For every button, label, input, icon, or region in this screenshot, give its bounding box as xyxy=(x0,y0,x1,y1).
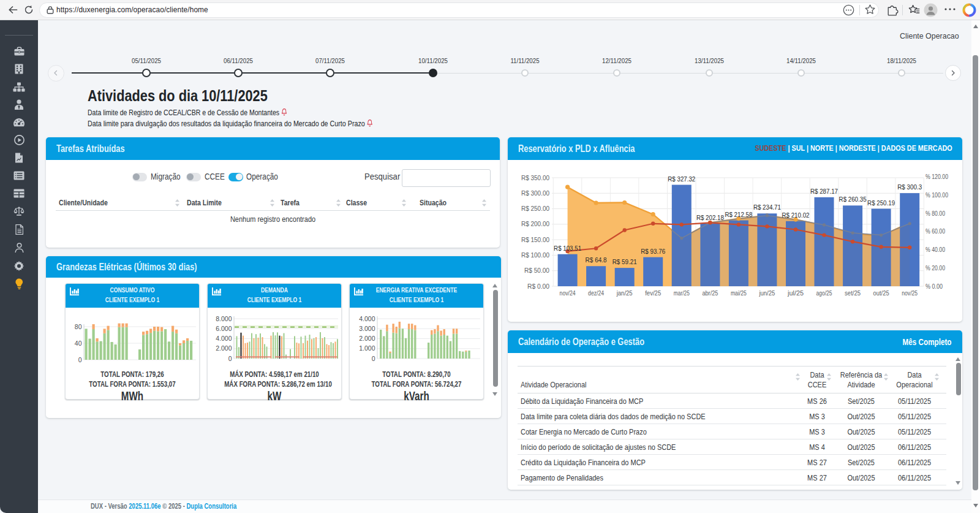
svg-text:R$ 250.00: R$ 250.00 xyxy=(521,205,549,212)
svg-text:40: 40 xyxy=(75,340,82,347)
svg-text:R$ 350.00: R$ 350.00 xyxy=(521,174,549,181)
svg-text:R$ 50.00: R$ 50.00 xyxy=(524,267,549,274)
svg-text:nov/24: nov/24 xyxy=(560,289,576,297)
svg-text:R$ 100.00: R$ 100.00 xyxy=(521,251,549,259)
svg-text:jan/25: jan/25 xyxy=(616,289,633,297)
svg-text:4.000: 4.000 xyxy=(359,315,375,322)
svg-text:R$ 260.35: R$ 260.35 xyxy=(839,196,867,203)
svg-text:R$ 150.00: R$ 150.00 xyxy=(521,236,549,243)
svg-text:% 100.00: % 100.00 xyxy=(925,191,948,199)
svg-text:R$ 212.58: R$ 212.58 xyxy=(725,211,752,218)
svg-text:% 60.00: % 60.00 xyxy=(925,227,945,235)
svg-text:nov/25: nov/25 xyxy=(902,289,918,297)
svg-text:0: 0 xyxy=(78,356,82,363)
svg-text:mai/25: mai/25 xyxy=(731,289,747,297)
svg-text:80: 80 xyxy=(75,323,82,330)
svg-text:fev/25: fev/25 xyxy=(645,289,661,297)
svg-text:R$ 0.00: R$ 0.00 xyxy=(527,283,549,290)
svg-text:R$ 300.3: R$ 300.3 xyxy=(897,183,922,191)
svg-text:% 20.00: % 20.00 xyxy=(925,264,945,272)
svg-text:R$ 59.21: R$ 59.21 xyxy=(612,258,637,265)
svg-text:abr/25: abr/25 xyxy=(702,289,718,297)
svg-text:R$ 64.8: R$ 64.8 xyxy=(586,256,607,264)
svg-text:6.000: 6.000 xyxy=(216,325,232,332)
svg-text:ago/25: ago/25 xyxy=(816,289,832,297)
svg-text:% 0.00: % 0.00 xyxy=(925,283,943,290)
svg-text:R$ 300.00: R$ 300.00 xyxy=(521,189,549,197)
svg-text:dez/24: dez/24 xyxy=(588,289,604,297)
svg-text:0: 0 xyxy=(372,355,375,362)
svg-text:% 80.00: % 80.00 xyxy=(925,210,945,217)
svg-text:R$ 103.51: R$ 103.51 xyxy=(554,245,581,252)
svg-text:2.000: 2.000 xyxy=(216,344,232,352)
svg-text:0: 0 xyxy=(228,355,232,362)
svg-text:R$ 287.17: R$ 287.17 xyxy=(810,188,838,195)
svg-text:R$ 210.02: R$ 210.02 xyxy=(782,211,810,219)
svg-text:R$ 93.76: R$ 93.76 xyxy=(641,248,665,255)
svg-text:4.000: 4.000 xyxy=(216,335,232,342)
svg-text:% 40.00: % 40.00 xyxy=(925,246,945,253)
svg-text:R$ 202.18: R$ 202.18 xyxy=(696,214,724,221)
svg-text:2.000: 2.000 xyxy=(359,335,375,342)
svg-text:R$ 327.32: R$ 327.32 xyxy=(668,175,695,183)
svg-text:jul/25: jul/25 xyxy=(787,289,804,297)
svg-text:set/25: set/25 xyxy=(845,289,861,297)
svg-text:mar/25: mar/25 xyxy=(674,289,690,297)
svg-text:1.000: 1.000 xyxy=(359,344,375,352)
svg-text:out/25: out/25 xyxy=(873,289,889,297)
svg-text:8.000: 8.000 xyxy=(216,315,232,322)
svg-text:R$ 250.19: R$ 250.19 xyxy=(867,199,895,207)
svg-text:R$ 234.71: R$ 234.71 xyxy=(753,203,781,211)
svg-text:R$ 200.00: R$ 200.00 xyxy=(521,220,549,227)
svg-text:% 120.00: % 120.00 xyxy=(925,173,948,180)
svg-text:jun/25: jun/25 xyxy=(759,289,775,297)
svg-text:3.000: 3.000 xyxy=(359,325,375,332)
